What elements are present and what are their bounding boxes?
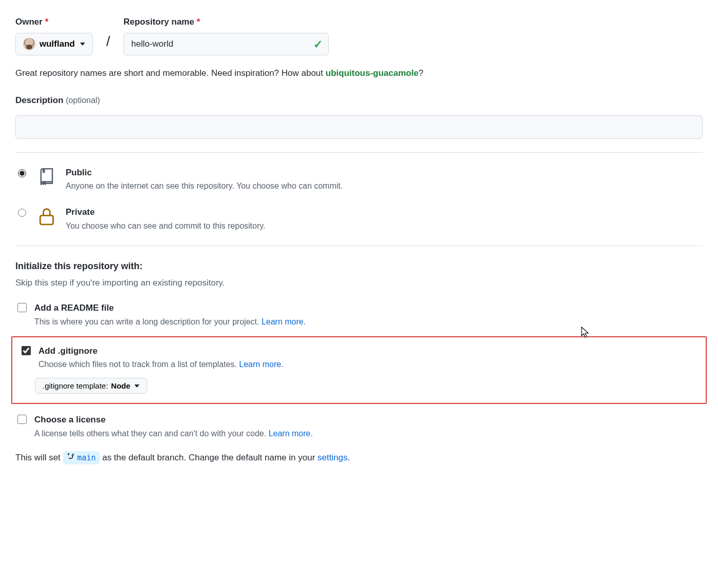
license-learn-more-link[interactable]: Learn more. — [269, 429, 313, 438]
svg-rect-0 — [40, 215, 53, 224]
gitignore-highlight: Add .gitignore Choose which files not to… — [11, 336, 707, 404]
choose-license-option[interactable]: Choose a license A license tells others … — [15, 413, 703, 440]
public-radio[interactable] — [18, 169, 26, 177]
gitignore-sub: Choose which files not to track from a l… — [38, 358, 284, 371]
lock-icon — [37, 207, 56, 229]
readme-learn-more-link[interactable]: Learn more. — [262, 317, 306, 326]
readme-sub: This is where you can write a long descr… — [34, 316, 306, 328]
repo-name-label: Repository name * — [124, 15, 329, 29]
default-branch-note: This will set main as the default branch… — [15, 451, 703, 465]
gitignore-learn-more-link[interactable]: Learn more. — [239, 360, 283, 369]
repo-icon — [37, 167, 56, 190]
divider — [15, 152, 703, 153]
chevron-down-icon — [134, 384, 139, 388]
owner-label: Owner * — [15, 15, 93, 29]
owner-select-button[interactable]: wulfland — [15, 33, 93, 55]
init-heading: Initialize this repository with: — [15, 259, 703, 273]
private-title: Private — [66, 206, 266, 219]
branch-badge: main — [63, 451, 100, 465]
readme-checkbox[interactable] — [17, 303, 27, 312]
check-icon: ✓ — [313, 35, 323, 52]
add-readme-option[interactable]: Add a README file This is where you can … — [15, 301, 703, 328]
private-radio[interactable] — [18, 209, 26, 217]
add-gitignore-option[interactable]: Add .gitignore Choose which files not to… — [19, 344, 699, 371]
description-input[interactable] — [15, 115, 703, 139]
chevron-down-icon — [80, 43, 85, 46]
gitignore-title: Add .gitignore — [38, 344, 284, 358]
gitignore-checkbox[interactable] — [22, 346, 31, 355]
visibility-private-option[interactable]: Private You choose who can see and commi… — [15, 206, 703, 232]
public-title: Public — [66, 166, 343, 179]
license-title: Choose a license — [34, 413, 313, 427]
license-sub: A license tells others what they can and… — [34, 428, 313, 440]
license-checkbox[interactable] — [17, 415, 27, 424]
name-suggestion-link[interactable]: ubiquitous-guacamole — [326, 68, 418, 78]
repo-name-input[interactable] — [124, 33, 329, 55]
private-sub: You choose who can see and commit to thi… — [66, 220, 266, 232]
description-label: Description (optional) — [15, 94, 703, 107]
init-sub: Skip this step if you're importing an ex… — [15, 276, 703, 290]
git-branch-icon — [67, 452, 74, 464]
slash-separator: / — [105, 31, 111, 55]
public-sub: Anyone on the internet can see this repo… — [66, 180, 343, 192]
divider — [15, 246, 703, 246]
owner-selected: wulfland — [39, 39, 75, 49]
avatar — [23, 38, 35, 50]
gitignore-template-button[interactable]: .gitignore template: Node — [35, 378, 147, 394]
settings-link[interactable]: settings — [317, 453, 348, 462]
readme-title: Add a README file — [34, 301, 306, 315]
repo-name-hint: Great repository names are short and mem… — [15, 67, 703, 80]
visibility-public-option[interactable]: Public Anyone on the internet can see th… — [15, 166, 703, 193]
